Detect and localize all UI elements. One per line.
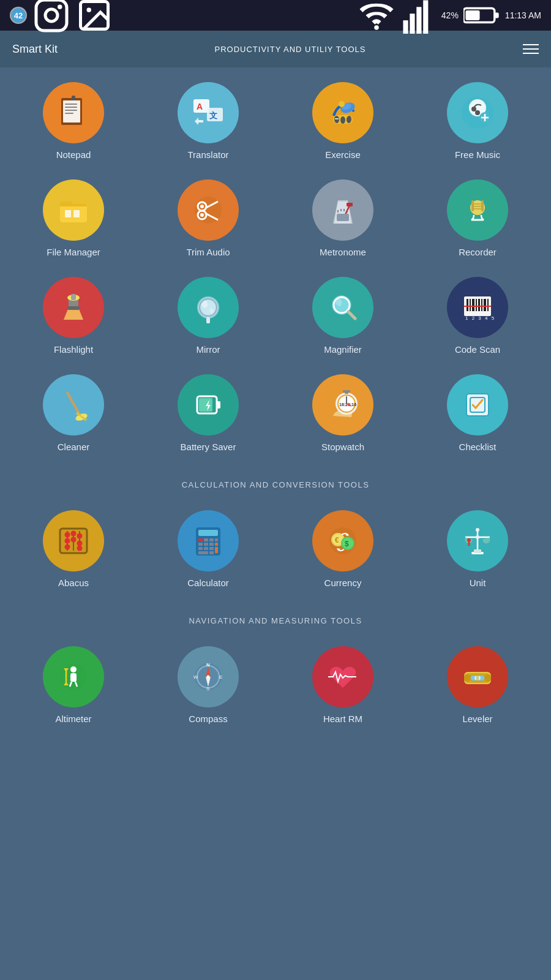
app-recorder[interactable]: Recorder [410, 171, 545, 268]
svg-point-28 [339, 101, 345, 107]
app-file-manager[interactable]: File Manager [6, 171, 141, 268]
status-bar: 42 42% [0, 0, 551, 31]
time-display: 11:13 AM [505, 10, 541, 20]
svg-text:$: $ [345, 540, 349, 548]
app-metronome[interactable]: Metronome [276, 171, 410, 268]
svg-text:W: W [193, 674, 198, 680]
app-trim-audio[interactable]: Trim Audio [141, 171, 276, 268]
calculator-label: Calculator [187, 578, 229, 588]
svg-point-121 [65, 545, 70, 550]
magnifier-icon [312, 277, 373, 338]
svg-rect-131 [209, 538, 214, 541]
svg-rect-16 [65, 107, 77, 108]
app-unit[interactable]: Unit [410, 502, 545, 599]
svg-rect-19 [72, 96, 75, 100]
svg-point-162 [476, 528, 479, 532]
svg-rect-135 [209, 543, 214, 546]
app-notepad[interactable]: Notepad [6, 74, 141, 171]
notepad-icon [43, 82, 104, 143]
app-leveler[interactable]: Leveler [410, 638, 545, 735]
exercise-label: Exercise [325, 149, 361, 160]
svg-point-119 [65, 532, 70, 538]
app-code-scan[interactable]: 1 2 3 4 5 Code Scan [410, 268, 545, 366]
svg-rect-91 [487, 299, 489, 311]
checklist-label: Checklist [459, 442, 497, 452]
app-mirror[interactable]: Mirror [141, 268, 276, 366]
app-abacus[interactable]: Abacus [6, 502, 141, 599]
cleaner-icon [43, 374, 104, 435]
svg-text:文: 文 [209, 111, 217, 120]
stopwatch-icon: 18:20:16 [312, 374, 373, 435]
productivity-grid: Notepad A 文 Translator [0, 67, 551, 469]
svg-point-156 [467, 538, 471, 542]
app-compass[interactable]: N S E W Compass [141, 638, 276, 735]
hamburger-line-1 [523, 44, 539, 45]
svg-point-181 [207, 676, 210, 679]
hamburger-line-2 [523, 48, 539, 50]
app-free-music[interactable]: Free Music [410, 74, 545, 171]
svg-rect-130 [204, 538, 208, 541]
altimeter-label: Altimeter [55, 714, 91, 724]
svg-point-1 [45, 9, 58, 21]
svg-rect-137 [198, 547, 203, 550]
mirror-icon [178, 277, 239, 338]
svg-point-49 [200, 213, 204, 217]
status-left: 42 [10, 0, 113, 34]
free-music-icon [447, 82, 508, 143]
battery-icon [463, 0, 500, 34]
flashlight-label: Flashlight [54, 344, 93, 355]
app-altimeter[interactable]: Altimeter [6, 638, 141, 735]
app-translator[interactable]: A 文 Translator [141, 74, 276, 171]
svg-rect-85 [470, 299, 471, 311]
recorder-label: Recorder [459, 247, 497, 257]
recorder-icon [447, 179, 508, 241]
svg-rect-128 [198, 530, 218, 536]
svg-rect-9 [423, 0, 428, 34]
notification-badge: 42 [10, 7, 27, 24]
flashlight-icon [43, 277, 104, 338]
svg-line-159 [468, 545, 469, 546]
svg-rect-54 [337, 214, 349, 221]
svg-point-126 [77, 546, 83, 551]
notepad-label: Notepad [56, 149, 91, 160]
svg-rect-53 [347, 203, 353, 206]
trim-audio-icon [178, 179, 239, 241]
app-header: Smart Kit PRODUCTIVITY AND UTILIY TOOLS [0, 31, 551, 67]
currency-icon: € $ [312, 510, 373, 571]
navigation-section-title: NAVIGATION AND MEASURING TOOLS [0, 605, 551, 631]
svg-rect-89 [481, 299, 482, 311]
svg-rect-60 [474, 200, 481, 215]
signal-icon [400, 0, 437, 34]
app-exercise[interactable]: Exercise [276, 74, 410, 171]
app-flashlight[interactable]: Flashlight [6, 268, 141, 366]
svg-rect-11 [495, 12, 499, 18]
svg-point-2 [58, 5, 62, 10]
wifi-icon [358, 0, 395, 34]
app-calculator[interactable]: Calculator [141, 502, 276, 599]
svg-rect-88 [478, 299, 480, 311]
code-scan-label: Code Scan [455, 344, 500, 355]
svg-rect-41 [65, 210, 71, 217]
svg-rect-62 [481, 200, 484, 211]
svg-text:N: N [206, 662, 210, 668]
calculation-section-title: CALCULATION AND CONVERSION TOOLS [0, 469, 551, 496]
app-cleaner[interactable]: Cleaner [6, 366, 141, 463]
currency-label: Currency [324, 578, 362, 588]
app-checklist[interactable]: Checklist [410, 366, 545, 463]
svg-rect-6 [403, 20, 408, 34]
abacus-icon [43, 510, 104, 571]
svg-rect-132 [215, 538, 218, 541]
svg-rect-141 [198, 551, 208, 554]
compass-label: Compass [189, 714, 227, 724]
app-magnifier[interactable]: Magnifier [276, 268, 410, 366]
svg-point-186 [474, 676, 481, 680]
app-currency[interactable]: € $ Currency [276, 502, 410, 599]
app-heart-rm[interactable]: Heart RM [276, 638, 410, 735]
app-battery-saver[interactable]: Battery Saver [141, 366, 276, 463]
svg-point-124 [77, 533, 83, 539]
svg-text:€: € [335, 536, 339, 545]
app-stopwatch[interactable]: 18:20:16 Stopwatch [276, 366, 410, 463]
hamburger-menu[interactable] [523, 44, 539, 54]
svg-rect-154 [474, 549, 481, 553]
metronome-icon [312, 179, 373, 241]
